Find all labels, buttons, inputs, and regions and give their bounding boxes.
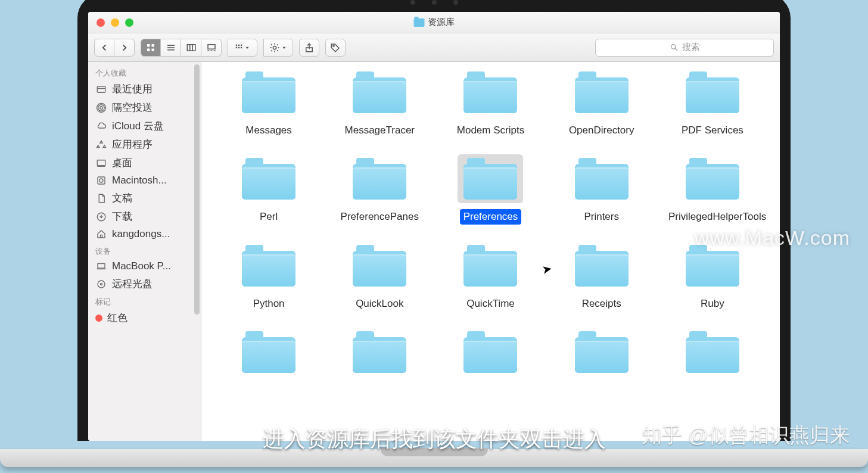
folder-icon <box>242 245 295 287</box>
folder-item[interactable] <box>663 328 762 385</box>
folder-label: Preferences <box>460 209 522 224</box>
folder-label: PreferencePanes <box>337 209 422 224</box>
window-title: 资源库 <box>413 17 455 28</box>
view-buttons <box>141 39 222 57</box>
sidebar-item[interactable]: 最近使用 <box>88 80 201 98</box>
sidebar-item[interactable]: 隔空投送 <box>88 98 201 117</box>
folder-item[interactable]: QuickLook <box>330 241 429 311</box>
content-area[interactable]: MessagesMessageTracerModem ScriptsOpenDi… <box>201 62 780 441</box>
folder-icon <box>686 71 739 113</box>
sidebar-scrollbar[interactable] <box>194 64 200 315</box>
folder-label: Printers <box>580 209 623 224</box>
download-icon <box>95 211 107 223</box>
folder-icon <box>353 158 406 200</box>
disc-icon <box>95 278 107 290</box>
search-input[interactable]: 搜索 <box>595 39 774 57</box>
sidebar-header-favorites: 个人收藏 <box>88 64 201 80</box>
close-button[interactable] <box>97 18 105 27</box>
folder-item[interactable]: Perl <box>219 154 318 224</box>
folder-item[interactable]: Messages <box>219 68 318 138</box>
svg-point-41 <box>101 283 102 285</box>
sidebar-item[interactable]: 下载 <box>88 207 201 226</box>
list-view-button[interactable] <box>161 39 181 57</box>
sidebar-item-label: iCloud 云盘 <box>112 119 164 133</box>
maximize-button[interactable] <box>125 18 133 27</box>
sidebar-item[interactable]: 桌面 <box>88 154 201 172</box>
svg-rect-17 <box>236 46 237 48</box>
watermark-zhihu: 知乎 @似曾相识燕归来 <box>642 422 850 449</box>
folder-item[interactable]: Preferences <box>441 154 540 224</box>
folder-icon <box>463 245 517 287</box>
sidebar-item[interactable]: 应用程序 <box>88 135 201 154</box>
folder-label: QuickLook <box>352 296 407 311</box>
laptop-icon <box>95 260 107 272</box>
svg-rect-15 <box>238 44 239 45</box>
gallery-view-button[interactable] <box>201 39 222 57</box>
folder-item[interactable]: QuickTime <box>441 241 540 311</box>
svg-point-25 <box>671 45 676 49</box>
sidebar-item-label: 红色 <box>107 311 127 325</box>
folder-icon <box>575 71 629 113</box>
folder-label <box>709 382 716 385</box>
toolbar: 搜索 <box>88 33 780 62</box>
folder-label <box>487 382 494 385</box>
folder-item[interactable]: OpenDirectory <box>552 68 651 138</box>
column-view-button[interactable] <box>181 39 201 57</box>
folder-label: Python <box>250 296 288 311</box>
sidebar-tag-item[interactable]: 红色 <box>88 309 201 327</box>
svg-rect-2 <box>147 48 150 51</box>
svg-marker-20 <box>246 46 249 48</box>
sidebar-item[interactable]: MacBook P... <box>88 258 201 275</box>
folder-item[interactable]: PrivilegedHelperTools <box>663 154 762 224</box>
folder-item[interactable]: Printers <box>552 154 651 224</box>
action-button[interactable] <box>263 39 293 57</box>
search-placeholder: 搜索 <box>682 42 700 53</box>
folder-icon <box>463 331 517 373</box>
docs-icon <box>95 192 107 204</box>
sidebar-item[interactable]: Macintosh... <box>88 172 201 189</box>
svg-point-30 <box>98 104 105 111</box>
sidebar-item-label: 隔空投送 <box>112 101 153 114</box>
icon-view-button[interactable] <box>141 39 161 57</box>
tag-dot-icon <box>95 315 102 322</box>
folder-item[interactable]: Modem Scripts <box>441 68 540 138</box>
folder-item[interactable]: Receipts <box>552 241 651 311</box>
svg-rect-38 <box>98 264 105 269</box>
sidebar-item[interactable]: kangdongs... <box>88 226 201 242</box>
folder-item[interactable] <box>552 328 651 385</box>
sidebar-item-label: 最近使用 <box>112 82 153 96</box>
folder-item[interactable]: Python <box>219 241 318 311</box>
share-button[interactable] <box>299 39 319 57</box>
svg-rect-14 <box>236 44 237 45</box>
folder-item[interactable] <box>330 328 429 385</box>
folder-item[interactable]: PreferencePanes <box>330 154 429 224</box>
folder-label: PDF Services <box>678 123 747 138</box>
watermark-macw: www.MacW.com <box>695 226 850 250</box>
minimize-button[interactable] <box>111 18 119 27</box>
svg-rect-16 <box>241 44 242 45</box>
sidebar-item[interactable]: iCloud 云盘 <box>88 117 201 135</box>
folder-icon <box>575 331 629 373</box>
sidebar-item-label: Macintosh... <box>112 175 167 186</box>
folder-item[interactable]: Ruby <box>663 241 762 311</box>
folder-item[interactable]: PDF Services <box>663 68 762 138</box>
folder-icon <box>575 245 629 287</box>
folder-item[interactable]: MessageTracer <box>330 68 429 138</box>
group-by-button[interactable] <box>228 39 257 57</box>
laptop-frame: 资源库 搜索 <box>77 0 791 441</box>
back-button[interactable] <box>94 39 114 57</box>
tags-button[interactable] <box>325 39 346 57</box>
folder-icon <box>575 158 629 200</box>
svg-point-21 <box>273 46 276 49</box>
folder-icon <box>686 158 739 200</box>
folder-item[interactable] <box>441 328 540 385</box>
sidebar-item[interactable]: 远程光盘 <box>88 275 201 293</box>
sidebar-item-label: 文稿 <box>112 191 132 205</box>
sidebar-item[interactable]: 文稿 <box>88 189 201 207</box>
forward-button[interactable] <box>114 39 135 57</box>
svg-rect-3 <box>152 48 155 51</box>
sidebar-item-label: 应用程序 <box>112 138 153 151</box>
folder-item[interactable] <box>219 328 318 385</box>
folder-icon <box>353 331 406 373</box>
folder-icon <box>463 71 517 113</box>
